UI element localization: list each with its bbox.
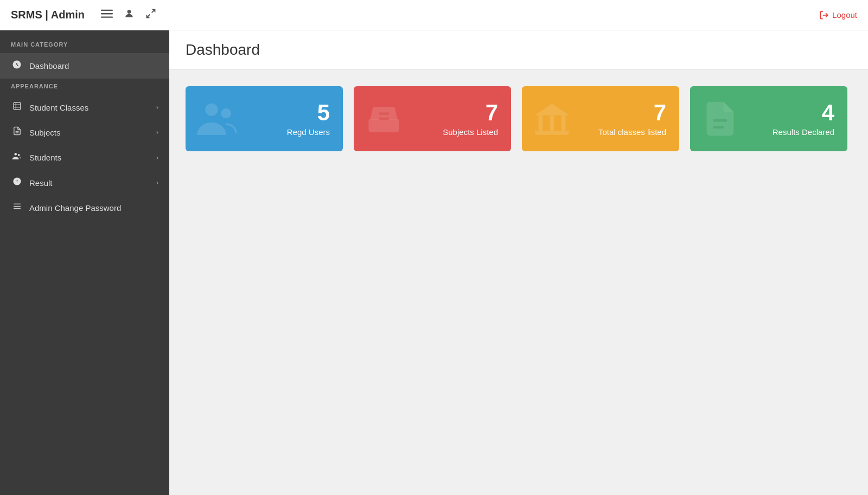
user-icon[interactable] xyxy=(124,8,135,22)
subjects-chevron: › xyxy=(156,128,158,136)
sidebar-item-dashboard[interactable]: Dashboard xyxy=(0,53,169,79)
result-chevron: › xyxy=(156,179,158,187)
svg-point-3 xyxy=(127,10,131,14)
svg-point-12 xyxy=(15,153,17,156)
svg-rect-2 xyxy=(101,17,113,18)
page-header: Dashboard xyxy=(169,30,868,70)
svg-rect-28 xyxy=(561,115,566,131)
regd-users-number: 5 xyxy=(287,101,330,124)
student-classes-icon xyxy=(11,101,23,113)
subjects-listed-label: Subjects Listed xyxy=(443,127,498,137)
svg-rect-22 xyxy=(368,119,399,132)
app-title: SRMS | Admin xyxy=(11,9,85,21)
sidebar-item-students-label: Students xyxy=(29,153,150,162)
sidebar-item-result-label: Result xyxy=(29,178,150,188)
subjects-icon xyxy=(11,126,23,138)
sidebar-section-main: MAIN CATEGORY Dashboard xyxy=(0,41,169,79)
logout-label: Logout xyxy=(832,10,857,20)
svg-rect-26 xyxy=(539,115,543,131)
sidebar-item-subjects-label: Subjects xyxy=(29,128,150,137)
logout-button[interactable]: Logout xyxy=(819,10,857,20)
svg-point-21 xyxy=(221,108,231,119)
subjects-listed-number: 7 xyxy=(443,101,498,124)
stat-card-total-classes: 7 Total classes listed xyxy=(522,86,679,151)
stat-card-results-declared: 4 Results Declared xyxy=(690,86,847,151)
navbar-icons xyxy=(101,8,156,22)
total-classes-icon xyxy=(532,99,572,139)
total-classes-label: Total classes listed xyxy=(598,127,666,137)
admin-password-icon xyxy=(11,202,23,214)
svg-rect-25 xyxy=(535,131,569,135)
total-classes-number: 7 xyxy=(598,101,666,124)
subjects-listed-icon xyxy=(363,99,404,139)
stat-card-regd-users-text: 5 Regd Users xyxy=(287,101,330,137)
svg-rect-0 xyxy=(101,10,113,11)
sidebar-section-label-appearance: APPEARANCE xyxy=(0,83,169,95)
page-title: Dashboard xyxy=(186,41,852,59)
sidebar-item-result[interactable]: Result › xyxy=(0,170,169,195)
sidebar-item-dashboard-label: Dashboard xyxy=(29,61,158,70)
sidebar-item-admin-change-password[interactable]: Admin Change Password xyxy=(0,195,169,220)
main-content: Dashboard 5 Regd Users xyxy=(169,30,868,495)
sidebar-section-label-main: MAIN CATEGORY xyxy=(0,41,169,53)
svg-rect-1 xyxy=(101,13,113,14)
stat-card-total-classes-text: 7 Total classes listed xyxy=(598,101,666,137)
stat-card-subjects-listed: 7 Subjects Listed xyxy=(354,86,511,151)
students-icon xyxy=(11,151,23,164)
result-icon xyxy=(11,177,23,189)
svg-point-16 xyxy=(16,183,17,183)
regd-users-label: Regd Users xyxy=(287,127,330,137)
stats-cards-area: 5 Regd Users 7 Subjects Listed xyxy=(169,70,868,168)
sidebar: MAIN CATEGORY Dashboard APPEARANCE Stude… xyxy=(0,30,169,495)
svg-point-20 xyxy=(205,104,218,116)
svg-point-13 xyxy=(18,154,20,156)
regd-users-icon xyxy=(195,97,239,140)
stat-card-results-declared-text: 4 Results Declared xyxy=(773,101,834,137)
sidebar-item-student-classes-label: Student Classes xyxy=(29,103,150,112)
menu-icon[interactable] xyxy=(101,8,113,22)
main-layout: MAIN CATEGORY Dashboard APPEARANCE Stude… xyxy=(0,30,868,495)
student-classes-chevron: › xyxy=(156,104,158,111)
sidebar-item-students[interactable]: Students › xyxy=(0,145,169,170)
stat-card-regd-users: 5 Regd Users xyxy=(186,86,343,151)
sidebar-section-appearance: APPEARANCE Student Classes › Subjects › xyxy=(0,83,169,220)
navbar: SRMS | Admin Logout xyxy=(0,0,868,30)
expand-icon[interactable] xyxy=(145,8,156,22)
svg-marker-29 xyxy=(535,104,569,115)
svg-rect-6 xyxy=(14,102,21,110)
results-declared-icon xyxy=(700,99,741,139)
dashboard-icon xyxy=(11,60,23,72)
results-declared-label: Results Declared xyxy=(773,127,834,137)
sidebar-item-subjects[interactable]: Subjects › xyxy=(0,120,169,145)
results-declared-number: 4 xyxy=(773,101,834,124)
students-chevron: › xyxy=(156,154,158,162)
sidebar-item-admin-password-label: Admin Change Password xyxy=(29,203,158,213)
stat-card-subjects-listed-text: 7 Subjects Listed xyxy=(443,101,498,137)
sidebar-item-student-classes[interactable]: Student Classes › xyxy=(0,95,169,120)
svg-rect-27 xyxy=(550,115,554,131)
